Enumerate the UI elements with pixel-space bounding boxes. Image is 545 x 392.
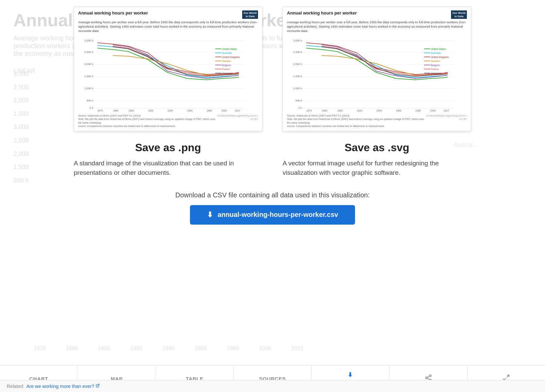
svg-text:France: France (222, 68, 230, 71)
svg-chart-footer-left: Source: Huberman & Minns (2007) and PWT … (287, 114, 425, 128)
related-label: Related: (7, 384, 24, 389)
svg-text:1940: 1940 (167, 109, 173, 112)
svg-chart-svg: 3,000 h 2,500 h 2,000 h 1,500 h 1,000 h … (287, 35, 467, 113)
png-chart-area: 3,000 h 2,500 h 2,000 h 1,500 h 1,000 h … (78, 35, 258, 113)
svg-line-77 (427, 378, 429, 380)
csv-label: Download a CSV file containing all data … (175, 191, 370, 199)
related-bar: Related: Are we working more than ever? (0, 380, 545, 392)
save-svg-title: Save as .svg (283, 141, 471, 154)
png-chart-footer-left: Source: Huberman & Minns (2007) and PWT … (78, 114, 216, 128)
svg-chart-desc: Average working hours per worker over a … (287, 20, 467, 33)
csv-download-button[interactable]: ⬇ annual-working-hours-per-worker.csv (190, 205, 355, 225)
svg-text:Belgium: Belgium (222, 64, 231, 67)
owid-logo-png: Our World in Data (242, 10, 258, 19)
svg-text:2017: 2017 (444, 109, 449, 112)
svg-text:Australia: Australia (431, 52, 441, 55)
svg-text:2,500 h: 2,500 h (293, 51, 302, 54)
svg-text:2,500 h: 2,500 h (84, 51, 93, 54)
svg-text:1960: 1960 (396, 109, 402, 112)
svg-text:1,000 h: 1,000 h (293, 87, 302, 90)
svg-line-79 (507, 375, 509, 377)
save-png-item: Save as .png A standard image of the vis… (74, 141, 262, 178)
svg-text:1870: 1870 (97, 109, 103, 112)
svg-text:1920: 1920 (148, 109, 154, 112)
svg-text:United States: United States (431, 47, 446, 51)
svg-text:1870: 1870 (306, 109, 312, 112)
svg-text:1980: 1980 (415, 109, 421, 112)
svg-text:2000: 2000 (221, 109, 227, 112)
png-chart-title: Annual working hours per worker (78, 10, 242, 15)
owid-logo-svg: Our World in Data (451, 10, 467, 19)
svg-line-78 (427, 376, 429, 377)
svg-text:2000: 2000 (430, 109, 436, 112)
download-modal: Annual working hours per worker Our Worl… (0, 0, 545, 365)
svg-chart-card[interactable]: Annual working hours per worker Our Worl… (283, 7, 471, 131)
svg-text:3,000 h: 3,000 h (84, 39, 93, 42)
svg-text:1980: 1980 (206, 109, 212, 112)
svg-text:United States: United States (222, 47, 237, 51)
svg-chart-title: Annual working hours per worker (287, 10, 451, 15)
svg-text:1900: 1900 (128, 109, 134, 112)
save-png-title: Save as .png (74, 141, 262, 154)
svg-text:2017: 2017 (235, 109, 241, 112)
svg-text:2,000 h: 2,000 h (293, 63, 302, 66)
svg-line-81 (97, 384, 99, 386)
external-link-icon (96, 384, 100, 389)
svg-text:1940: 1940 (376, 109, 382, 112)
png-chart-svg: 3,000 h 2,500 h 2,000 h 1,500 h 1,000 h … (78, 35, 258, 113)
svg-text:1,000 h: 1,000 h (84, 87, 93, 90)
svg-text:1880: 1880 (113, 109, 119, 112)
svg-text:1880: 1880 (322, 109, 327, 112)
svg-text:1900: 1900 (337, 109, 343, 112)
svg-text:Sweden: Sweden (222, 60, 231, 63)
svg-chart-footer-right: OurWorldInData.org/working-hours • CC BY (425, 114, 467, 128)
save-section: Save as .png A standard image of the vis… (74, 141, 471, 178)
save-svg-item: Save as .svg A vector format image usefu… (283, 141, 471, 178)
csv-filename: annual-working-hours-per-worker.csv (218, 211, 338, 219)
save-png-desc: A standard image of the visualization th… (74, 159, 262, 178)
svg-text:Australia: Australia (222, 52, 232, 55)
svg-text:Germany: Germany (222, 72, 232, 75)
png-chart-desc: Average working hours per worker over a … (78, 20, 258, 33)
svg-text:France: France (431, 68, 439, 71)
svg-text:500 h: 500 h (87, 99, 93, 102)
download-tab-icon: ⬇ (348, 371, 353, 379)
related-link[interactable]: Are we working more than ever? (26, 384, 100, 389)
svg-text:Sweden: Sweden (431, 60, 440, 63)
svg-text:Belgium: Belgium (431, 64, 440, 67)
svg-text:United Kingdom: United Kingdom (431, 56, 449, 59)
save-svg-desc: A vector format image useful for further… (283, 159, 471, 178)
svg-text:1,500 h: 1,500 h (293, 75, 302, 78)
svg-text:United Kingdom: United Kingdom (222, 56, 240, 59)
svg-text:1960: 1960 (187, 109, 193, 112)
svg-text:Germany: Germany (431, 72, 441, 75)
svg-text:3,000 h: 3,000 h (293, 39, 302, 42)
png-chart-footer-right: OurWorldInData.org/working-hours • CC BY (216, 114, 258, 128)
svg-text:0 h: 0 h (298, 106, 302, 109)
csv-section: Download a CSV file containing all data … (175, 191, 370, 225)
svg-text:1,500 h: 1,500 h (84, 75, 93, 78)
svg-text:1920: 1920 (357, 109, 362, 112)
download-icon: ⬇ (207, 210, 213, 219)
svg-text:0 h: 0 h (90, 106, 93, 109)
svg-chart-area: 3,000 h 2,500 h 2,000 h 1,500 h 1,000 h … (287, 35, 467, 113)
png-chart-card[interactable]: Annual working hours per worker Our Worl… (74, 7, 262, 131)
svg-text:500 h: 500 h (295, 99, 302, 102)
related-link-text: Are we working more than ever? (26, 384, 94, 389)
svg-text:2,000 h: 2,000 h (84, 63, 93, 66)
chart-cards-row: Annual working hours per worker Our Worl… (74, 7, 471, 131)
